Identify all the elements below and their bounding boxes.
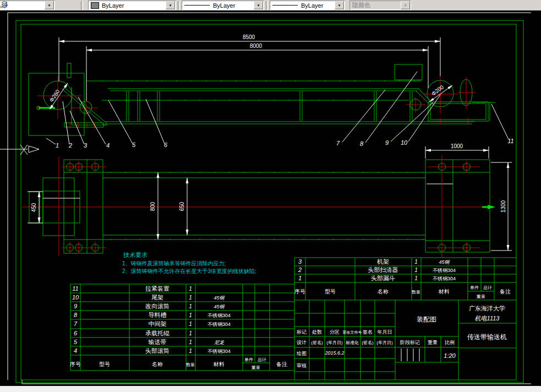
balloon-4: 4: [106, 142, 110, 149]
tb-zone: 分区: [330, 329, 340, 335]
bom-cell-name: 机架: [377, 258, 389, 265]
dim-450-label: 450: [31, 203, 37, 212]
tb-drawing-type: 装配图: [417, 315, 436, 323]
make-object-layer-current-button[interactable]: [55, 1, 67, 10]
bom-cell-material: 不锈钢304: [207, 349, 231, 354]
bom-header-qty: 数量: [412, 290, 420, 295]
bom-cell-material: 45钢: [439, 259, 450, 265]
balloon-9: 9: [385, 139, 389, 146]
bom-cell-qty: 1: [189, 339, 192, 345]
bom-cell-name: 拉紧装置: [145, 285, 170, 292]
tb-design-label: 设计: [297, 340, 307, 345]
bom-cell-qty: 1: [189, 303, 192, 309]
bom-cell-name: 中间架: [149, 320, 167, 327]
chevron-down-icon[interactable]: ▼: [166, 1, 175, 9]
layer-previous-button[interactable]: [67, 1, 79, 10]
balloon-8: 8: [360, 140, 364, 147]
color-swatch: [91, 2, 99, 9]
tech-req-item: 1、铸钢件及滚筒轴承等铸件应消除内应力;: [122, 260, 226, 266]
color-value: ByLayer: [102, 2, 124, 9]
tb-draw-date: 2015.6.2: [324, 350, 344, 356]
bom-cell-no: 6: [74, 330, 78, 336]
linetype-value: ByLayer: [213, 2, 235, 9]
dim-1000-label: 1000: [451, 143, 463, 149]
tb-standard-label: 标准化: [346, 340, 359, 345]
linetype-control-combo[interactable]: ByLayer ▼: [182, 1, 264, 10]
bom-header-total: 总计: [257, 357, 266, 362]
plan-view-linework: [22, 155, 495, 258]
tb-mark: 标记: [296, 329, 307, 335]
bom-header-total: 总计: [483, 285, 492, 290]
tb-count: 处数: [312, 329, 322, 335]
chevron-down-icon[interactable]: ▼: [254, 1, 263, 9]
tb-check-label: 审核: [297, 363, 307, 368]
dim-1300-label: 1300: [500, 200, 506, 213]
status-strip: [0, 386, 541, 392]
tb-university: 广东海洋大学: [469, 305, 505, 312]
dim-800-label: 800: [150, 202, 156, 211]
lineweight-sample: [272, 5, 298, 6]
dim-8000-label: 8000: [250, 43, 263, 49]
bom-cell-qty: 1: [189, 321, 192, 327]
balloon-2: 2: [68, 142, 72, 149]
bom-cell-material: 45钢: [214, 304, 225, 309]
cad-application-window: ▼ ByLayer ▼ ByLaye: [0, 0, 541, 392]
bom-cell-qty: 1: [189, 330, 192, 336]
balloon-3: 3: [84, 142, 88, 149]
bom-header-name: 名称: [378, 288, 389, 295]
bom-cell-material: 45钢: [214, 295, 225, 301]
tb-change-file: 更改文件号: [343, 330, 362, 335]
balloon-7: 7: [336, 140, 340, 146]
bom-cell-no: 1: [298, 275, 302, 281]
bom-cell-qty: 1: [189, 348, 192, 354]
belt-direction-arrow: [488, 205, 495, 209]
bom-header-remark: 备注: [276, 361, 287, 367]
lineweight-control-combo[interactable]: ByLayer ▼: [270, 1, 345, 10]
dim-650-label: 650: [179, 202, 185, 211]
drawing-canvas[interactable]: 8500 8000 1000 450 800 650 1300 Φ260 Φ20: [0, 0, 541, 392]
bom-cell-no: 2: [298, 266, 302, 273]
plot-style-value: 随颜色: [352, 1, 370, 9]
tb-weight-label: 重量: [428, 340, 438, 345]
dim-8500-label: 8500: [243, 34, 255, 40]
bom-cell-material: 不锈钢304: [207, 322, 231, 327]
bom-cell-qty: 1: [189, 312, 192, 318]
bom-cell-name: 导料槽: [149, 312, 167, 318]
balloon-1: 1: [56, 142, 59, 149]
tb-sign-hint: (签名): [362, 340, 374, 345]
bom-cell-material: 不锈钢304: [433, 268, 456, 273]
bom-header-unit: 单件: [470, 285, 479, 290]
bom-cell-name: 头部漏斗: [371, 275, 395, 281]
toolbar-separator: [266, 1, 268, 10]
chevron-down-icon[interactable]: ▼: [45, 1, 54, 9]
lineweight-value: ByLayer: [301, 2, 323, 9]
layer-previous-icon: [0, 0, 9, 8]
bom-cell-qty: 1: [414, 275, 418, 281]
balloon-10: 10: [401, 139, 408, 146]
bom-cell-name: 输送带: [149, 339, 167, 345]
plan-view-centerlines: [22, 155, 488, 258]
color-control-combo[interactable]: ByLayer ▼: [88, 1, 176, 10]
tech-req-item: 2、滚筒铸钢件不允许存在长度大于3倍宽度的线状缺陷;: [122, 268, 256, 274]
bom-header-material: 材料: [438, 288, 450, 295]
tb-sign-hint: (签名): [311, 340, 323, 345]
balloon-6: 6: [164, 141, 168, 148]
object-properties-toolbar: ▼ ByLayer ▼ ByLaye: [0, 0, 541, 10]
side-view-linework: [29, 63, 495, 135]
bom-cell-material: 尼龙: [214, 340, 225, 345]
tb-stage-label: 阶段标记: [400, 340, 420, 345]
toolbar-separator: [178, 1, 180, 10]
bom-cell-qty: 1: [189, 295, 192, 301]
bom-header-no: 序号: [70, 361, 81, 367]
bom-cell-name: 尾架: [151, 294, 163, 301]
chevron-down-icon[interactable]: ▼: [335, 1, 344, 9]
bom-cell-qty: 1: [414, 259, 418, 265]
bom-header-unit: 单件: [244, 357, 253, 362]
bom-left-table: 11 拉紧装置 1 10 尾架 1 45钢 9 改向滚筒 1 45钢 8 导料槽…: [70, 284, 294, 371]
bom-cell-no: 5: [74, 339, 78, 345]
dimensions: 8500 8000 1000 450 800 650 1300 Φ260 Φ20: [28, 34, 512, 251]
tb-drawing-title: 传送带输送机: [467, 333, 507, 341]
bom-header-model: 型号: [99, 361, 110, 367]
bom-header-material: 材料: [213, 361, 225, 367]
bom-cell-name: 改向滚筒: [145, 303, 170, 309]
